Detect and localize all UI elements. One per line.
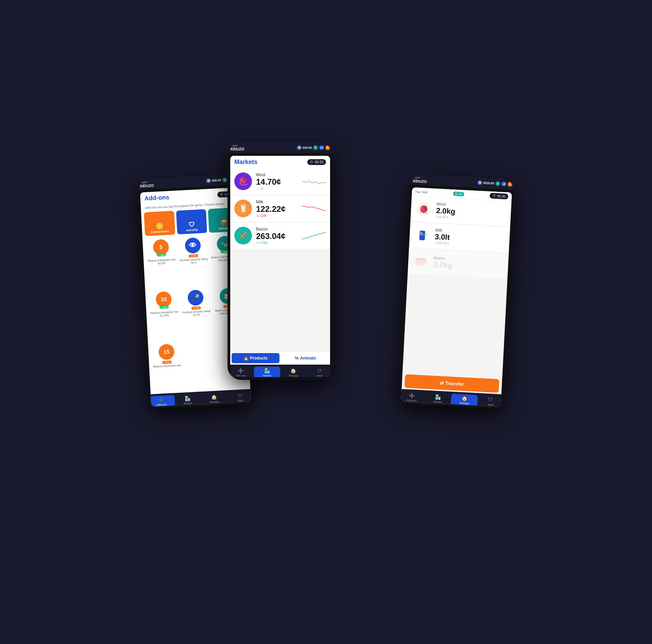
storage-item-wool[interactable]: 🧶 Wool 2.0kg = 19.20 ¢ <box>411 196 511 226</box>
storage-timer: ⏱ 05:30 <box>489 192 508 199</box>
addon-item-15[interactable]: 15 3,000 Reduce transaction fee <box>151 343 184 393</box>
milk-price: 122.22¢ <box>256 204 298 214</box>
milk-name: Milk <box>256 200 298 204</box>
coin-teal-r: 0 <box>495 181 500 186</box>
coin-orange-c: 0 <box>325 145 330 150</box>
own-badge-5: ✓ own <box>157 253 166 256</box>
addon-circle-5: 5 ✓ own <box>153 239 169 255</box>
player-info-right: Player XIDUZO <box>413 176 427 183</box>
cat-transactions[interactable]: 🪙 transactions <box>144 210 175 236</box>
market-item-milk[interactable]: 🥛 Milk 122.22¢ ↘ -10¢ <box>230 196 330 222</box>
player-name-right: XIDUZO <box>413 179 427 183</box>
nav-storage-center[interactable]: 🏠 Storage <box>280 367 307 377</box>
nav-vault-icon-c: 🛡 <box>317 368 322 373</box>
milk-chart <box>302 203 326 214</box>
milk-change: ↘ -10¢ <box>256 214 298 218</box>
fee-badge-amount: 50 <box>459 192 462 195</box>
player-info-center: Player XIDUZO <box>230 144 244 151</box>
nav-addons-icon-r: ➕ <box>409 393 415 399</box>
addon-circle-15: 15 <box>158 344 175 360</box>
nav-vault-label-c: Vault <box>316 374 323 377</box>
addon-desc-5: Reduce transaction fee by 5% <box>146 258 177 265</box>
tab-animals[interactable]: 🐄 Animals <box>281 353 329 363</box>
svg-text:🧶: 🧶 <box>419 204 429 214</box>
nav-vault-label: Vault <box>237 399 243 402</box>
coin-teal-c: 0 <box>313 145 318 150</box>
nav-storage-icon-c: 🏠 <box>290 368 296 373</box>
milk-icon: 🥛 <box>234 200 252 217</box>
fee-badge-icon: 🏪 <box>455 192 458 196</box>
markets-screen: Markets ⏱ 00:33 🧶 Wool 14.70¢ → -¢ <box>230 156 330 377</box>
cat-security-label: security <box>186 228 198 232</box>
addon-desc-eye: Increase security rating by 5 <box>178 257 209 265</box>
timer-value-center: 00:33 <box>315 160 323 164</box>
storage-item-bacon[interactable]: Bacon 0.0kg <box>408 248 509 278</box>
wool-icon: 🧶 <box>234 172 252 190</box>
addon-item-mic[interactable]: 🎤 7,500 Increase security rating by 10 <box>180 289 213 342</box>
coin-l-r: L0 <box>501 181 506 186</box>
wool-name: Wool <box>256 172 298 177</box>
bacon-info: Bacon 263.04¢ ↗ +76¢ <box>256 227 298 245</box>
nav-market-icon-c: 🏪 <box>264 368 270 373</box>
nav-vault-right[interactable]: 🛡 Vault <box>477 395 504 407</box>
storage-wool-icon: 🧶 <box>415 200 433 218</box>
addon-item-5[interactable]: 5 ✓ own Reduce transaction fee by 5% <box>145 238 179 291</box>
addon-circle-eye: 👁 <box>185 237 201 254</box>
bacon-icon: 🥓 <box>234 227 252 244</box>
timer-value-right: 05:30 <box>497 194 506 198</box>
bottom-nav-center: ➕ Add-ons 🏪 Market 🏠 Storage 🛡 Vault <box>230 365 330 377</box>
nav-storage-right[interactable]: 🏠 Storage <box>451 393 477 407</box>
svg-rect-3 <box>420 232 423 235</box>
timer-icon: ⏱ <box>220 192 224 197</box>
products-label: Products <box>250 356 268 361</box>
coin-amount-left: 429.00 <box>212 178 221 182</box>
nav-vault-left[interactable]: 🛡 Vault <box>227 391 251 404</box>
nav-addons-right[interactable]: ➕ Add-ons <box>401 391 425 404</box>
nav-storage-left[interactable]: 🏠 Storage <box>201 392 228 405</box>
phone-markets: Player XIDUZO 🪙 429.00 0 L0 0 Markets ⏱ … <box>228 142 333 380</box>
storage-milk-info: Milk 3.0lt = 270.72 ¢ <box>434 227 506 248</box>
nav-market-left[interactable]: 🏪 Market <box>174 393 201 407</box>
cat-security[interactable]: 🛡 security <box>176 209 207 235</box>
animals-label: Animals <box>300 356 316 361</box>
bacon-change: ↗ +76¢ <box>256 241 298 245</box>
nav-market-right[interactable]: 🏪 Market <box>424 392 451 405</box>
bacon-chart <box>302 231 326 241</box>
nav-addons-label-c: Add-ons <box>236 374 246 377</box>
coin-orange-r: 0 <box>507 182 512 187</box>
bacon-name: Bacon <box>256 227 298 232</box>
cat-transactions-icon: 🪙 <box>156 222 164 230</box>
nav-vault-center[interactable]: 🛡 Vault <box>307 367 330 377</box>
nav-addons-center[interactable]: ➕ Add-ons <box>230 367 254 377</box>
market-list: 🧶 Wool 14.70¢ → -¢ 🥛 Milk 122.22 <box>230 168 330 352</box>
addon-item-eye[interactable]: 👁 5,000 Increase security rating by 5 <box>177 237 211 289</box>
coin-icon-center: 🪙 <box>297 145 302 150</box>
nav-market-icon-r: 🏪 <box>435 394 441 400</box>
addon-item-10[interactable]: 10 ✓ own Reduce transaction fee by 10% <box>148 291 181 343</box>
market-item-wool[interactable]: 🧶 Wool 14.70¢ → -¢ <box>230 168 330 195</box>
nav-storage-label-c: Storage <box>289 374 298 377</box>
nav-addons-left[interactable]: ➕ Add-ons <box>148 395 175 407</box>
topbar-right: Player XIDUZO 🪙 3529.00 0 L0 0 <box>410 173 515 190</box>
milk-info: Milk 122.22¢ ↘ -10¢ <box>256 200 298 218</box>
market-item-bacon[interactable]: 🥓 Bacon 263.04¢ ↗ +76¢ <box>230 223 330 249</box>
storage-item-milk[interactable]: Milk 3.0lt = 270.72 ¢ <box>409 222 510 252</box>
tab-products[interactable]: 🔥 Products <box>232 353 279 363</box>
nav-addons-label: Add-ons <box>157 403 167 406</box>
cat-security-icon: 🛡 <box>188 221 195 228</box>
timer-icon-c: ⏱ <box>310 160 313 164</box>
coins-right: 🪙 3529.00 0 L0 0 <box>477 180 512 186</box>
bacon-price: 263.04¢ <box>256 232 298 241</box>
coin-badge-center: 🪙 429.00 <box>297 145 312 150</box>
storage-screen: Fee: 50¢ 🏪 50 ⏱ 05:30 🧶 <box>401 187 512 407</box>
timer-icon-r: ⏱ <box>492 194 496 198</box>
nav-storage-icon-r: 🏠 <box>461 395 467 401</box>
markets-header: Markets ⏱ 00:33 <box>230 156 330 168</box>
storage-wool-info: Wool 2.0kg = 19.20 ¢ <box>436 201 507 222</box>
storage-bacon-info: Bacon 0.0kg <box>433 255 504 273</box>
nav-market-center[interactable]: 🏪 Market <box>254 367 280 377</box>
fee-text: Fee: 50¢ <box>415 190 428 194</box>
addon-desc-15: Reduce transaction fee <box>153 364 181 368</box>
nav-addons-icon-c: ➕ <box>238 368 243 373</box>
player-name-center: XIDUZO <box>230 147 244 151</box>
